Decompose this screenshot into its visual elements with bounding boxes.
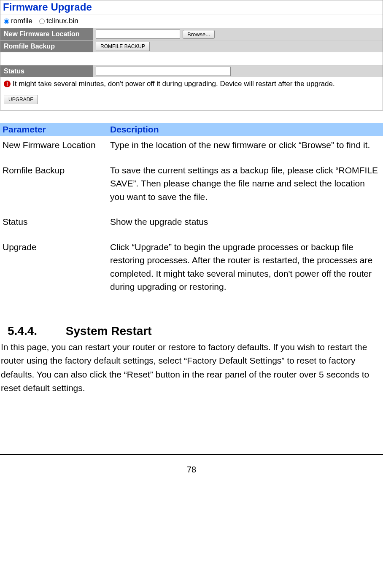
radio-romfile-input[interactable] (4, 19, 9, 24)
panel-title: Firmware Upgrade (0, 0, 383, 14)
status-field (96, 67, 231, 76)
param-cell: New Firmware Location (0, 136, 108, 161)
param-cell: Romfile Backup (0, 161, 108, 213)
col-parameter: Parameter (0, 123, 108, 136)
section-title: System Restart (66, 324, 152, 337)
file-type-radio-group: romfile tclinux.bin (0, 14, 383, 28)
romfile-backup-label: Romfile Backup (0, 40, 93, 52)
radio-romfile[interactable]: romfile (4, 17, 32, 25)
warning-row: ! It might take several minutes, don't p… (0, 77, 383, 91)
new-firmware-label: New Firmware Location (0, 28, 93, 40)
desc-cell: Click “Upgrade” to begin the upgrade pro… (108, 238, 383, 303)
romfile-backup-button[interactable]: ROMFILE BACKUP (96, 42, 150, 51)
param-cell: Upgrade (0, 238, 108, 303)
desc-cell: To save the current settings as a backup… (108, 161, 383, 213)
firmware-upgrade-panel: Firmware Upgrade romfile tclinux.bin New… (0, 0, 383, 111)
warning-text: It might take several minutes, don't pow… (13, 80, 335, 88)
status-label: Status (0, 65, 93, 77)
section-heading: 5.4.4. System Restart (0, 324, 383, 340)
desc-cell: Show the upgrade status (108, 213, 383, 238)
table-row: Status Show the upgrade status (0, 213, 383, 238)
table-row: Romfile Backup To save the current setti… (0, 161, 383, 213)
radio-tclinux-label: tclinux.bin (46, 17, 78, 25)
page-number: 78 (187, 465, 196, 474)
row-romfile-backup: Romfile Backup ROMFILE BACKUP (0, 40, 383, 52)
table-row: Upgrade Click “Upgrade” to begin the upg… (0, 238, 383, 303)
section-number: 5.4.4. (8, 324, 62, 338)
radio-tclinux-input[interactable] (39, 19, 45, 24)
section-body: In this page, you can restart your route… (0, 340, 383, 395)
radio-romfile-label: romfile (11, 17, 32, 25)
warning-icon: ! (4, 81, 11, 87)
new-firmware-input[interactable] (96, 30, 180, 39)
radio-tclinux[interactable]: tclinux.bin (39, 17, 78, 25)
param-cell: Status (0, 213, 108, 238)
parameter-table: Parameter Description New Firmware Locat… (0, 123, 383, 303)
page-footer: 78 (0, 454, 383, 475)
upgrade-button[interactable]: UPGRADE (4, 95, 38, 104)
row-status: Status (0, 65, 383, 77)
desc-cell: Type in the location of the new firmware… (108, 136, 383, 161)
col-description: Description (108, 123, 383, 136)
row-new-firmware: New Firmware Location Browse... (0, 28, 383, 40)
browse-button[interactable]: Browse... (183, 30, 215, 39)
table-row: New Firmware Location Type in the locati… (0, 136, 383, 161)
spacer (0, 52, 383, 65)
upgrade-row: UPGRADE (0, 91, 383, 110)
